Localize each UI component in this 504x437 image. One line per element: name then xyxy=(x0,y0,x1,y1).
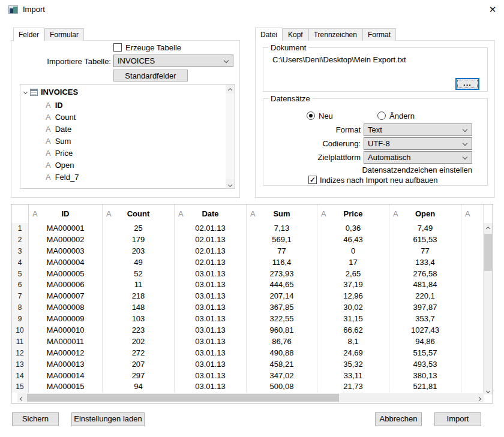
tree-item-sum[interactable]: ASum xyxy=(46,135,71,146)
table-row[interactable]: 8MA00000814803.01.13367,8530,02397,87 xyxy=(11,302,493,314)
table-cell[interactable]: 148 xyxy=(103,302,175,314)
table-row[interactable]: 10MA00001022303.01.13960,8166,621027,43 xyxy=(11,325,493,336)
standard-fields-button[interactable]: Standardfelder xyxy=(113,70,188,82)
horizontal-scroll-thumb[interactable] xyxy=(27,394,339,402)
tree-item-date[interactable]: ADate xyxy=(46,123,71,134)
table-cell[interactable]: 03.01.13 xyxy=(175,370,247,382)
vertical-scrollbar[interactable] xyxy=(484,223,493,394)
row-number[interactable]: 10 xyxy=(11,325,29,336)
table-row[interactable]: 5MA0000055203.01.13273,932,65276,58 xyxy=(11,269,493,280)
table-cell[interactable]: 46,43 xyxy=(317,234,389,246)
tree-item-open[interactable]: AOpen xyxy=(46,159,74,170)
table-cell[interactable]: 03.01.13 xyxy=(175,269,247,280)
table-cell[interactable]: 515,57 xyxy=(389,348,461,359)
table-cell[interactable]: 347,02 xyxy=(247,370,317,382)
load-settings-button[interactable]: Einstellungen laden xyxy=(71,412,145,426)
table-cell[interactable]: 223 xyxy=(103,325,175,336)
column-header-count[interactable]: ACount xyxy=(103,204,175,223)
tab-datei[interactable]: Datei xyxy=(255,28,283,41)
row-number[interactable]: 13 xyxy=(11,359,29,370)
table-cell[interactable]: 569,1 xyxy=(247,234,317,246)
table-cell[interactable]: 03.01.13 xyxy=(175,325,247,336)
table-cell[interactable]: 02.01.13 xyxy=(175,234,247,246)
table-cell[interactable]: 30,02 xyxy=(317,302,389,314)
table-cell[interactable]: 500,08 xyxy=(247,381,317,393)
table-cell[interactable]: 297 xyxy=(103,370,175,382)
table-cell[interactable]: MA000006 xyxy=(29,279,103,291)
table-cell[interactable]: 31,15 xyxy=(317,314,389,325)
table-cell[interactable]: 353,7 xyxy=(389,314,461,325)
radio-aendern[interactable] xyxy=(377,111,386,120)
table-cell[interactable]: 77 xyxy=(247,246,317,257)
table-cell[interactable]: 7,49 xyxy=(389,223,461,234)
tab-kopf[interactable]: Kopf xyxy=(283,28,308,41)
scroll-up-icon[interactable] xyxy=(484,223,493,232)
vertical-scroll-thumb[interactable] xyxy=(484,234,492,271)
table-cell[interactable]: 66,62 xyxy=(317,325,389,336)
table-cell[interactable]: 49 xyxy=(103,257,175,269)
table-cell[interactable]: 02.01.13 xyxy=(175,223,247,234)
tab-format[interactable]: Format xyxy=(362,28,396,41)
column-header-id[interactable]: AID xyxy=(29,204,103,223)
table-cell[interactable]: 490,88 xyxy=(247,348,317,359)
tree-item-feld_7[interactable]: AFeld_7 xyxy=(46,171,79,182)
table-cell[interactable]: 116,4 xyxy=(247,257,317,269)
row-number[interactable]: 12 xyxy=(11,348,29,359)
table-cell[interactable]: 77 xyxy=(389,246,461,257)
import-table-select[interactable]: INVOICES xyxy=(113,55,233,67)
row-number[interactable]: 1 xyxy=(11,223,29,234)
create-table-checkbox[interactable] xyxy=(113,43,122,52)
column-header-date[interactable]: ADate xyxy=(175,204,247,223)
table-row[interactable]: 13MA00001320703.01.13458,2135,32493,53 xyxy=(11,359,493,370)
table-row[interactable]: 7MA00000721803.01.13207,1412,96220,1 xyxy=(11,291,493,302)
table-cell[interactable]: 207,14 xyxy=(247,291,317,302)
table-cell[interactable]: MA000003 xyxy=(29,246,103,257)
scroll-down-icon[interactable] xyxy=(484,385,493,394)
column-header-sum[interactable]: ASum xyxy=(247,204,317,223)
table-cell[interactable]: MA000008 xyxy=(29,302,103,314)
table-cell[interactable]: 25 xyxy=(103,223,175,234)
table-cell[interactable]: 481,84 xyxy=(389,279,461,291)
row-number[interactable]: 11 xyxy=(11,336,29,348)
table-cell[interactable]: 03.01.13 xyxy=(175,336,247,348)
table-cell[interactable]: 202 xyxy=(103,336,175,348)
table-cell[interactable]: 17 xyxy=(317,257,389,269)
table-cell[interactable]: 03.01.13 xyxy=(175,279,247,291)
table-cell[interactable]: 103 xyxy=(103,314,175,325)
table-cell[interactable]: 273,93 xyxy=(247,269,317,280)
table-cell[interactable]: 367,85 xyxy=(247,302,317,314)
table-cell[interactable]: 207 xyxy=(103,359,175,370)
row-number[interactable]: 2 xyxy=(11,234,29,246)
table-cell[interactable]: MA000012 xyxy=(29,348,103,359)
format-select[interactable]: Text xyxy=(364,123,472,136)
table-cell[interactable]: 276,58 xyxy=(389,269,461,280)
tree-item-price[interactable]: APrice xyxy=(46,147,73,158)
table-cell[interactable]: 12,96 xyxy=(317,291,389,302)
row-number[interactable]: 8 xyxy=(11,302,29,314)
table-cell[interactable]: 7,13 xyxy=(247,223,317,234)
table-cell[interactable]: 272 xyxy=(103,348,175,359)
rebuild-indexes-checkbox[interactable]: ✓ xyxy=(308,176,317,184)
table-cell[interactable]: MA000015 xyxy=(29,381,103,393)
column-header-open[interactable]: AOpen xyxy=(389,204,461,223)
table-row[interactable]: 9MA00000910303.01.13322,5531,15353,7 xyxy=(11,314,493,325)
column-header-extra[interactable]: A xyxy=(461,204,484,223)
import-button[interactable]: Import xyxy=(434,412,481,426)
row-number[interactable]: 14 xyxy=(11,370,29,382)
table-cell[interactable]: 03.01.13 xyxy=(175,302,247,314)
table-cell[interactable]: 24,69 xyxy=(317,348,389,359)
table-cell[interactable]: 86,76 xyxy=(247,336,317,348)
table-cell[interactable]: 493,53 xyxy=(389,359,461,370)
save-button[interactable]: Sichern xyxy=(12,412,59,426)
table-row[interactable]: 1MA0000012502.01.137,130,367,49 xyxy=(11,223,493,234)
table-cell[interactable]: MA000014 xyxy=(29,370,103,382)
table-cell[interactable]: 380,13 xyxy=(389,370,461,382)
table-row[interactable]: 12MA00001227203.01.13490,8824,69515,57 xyxy=(11,348,493,359)
table-cell[interactable]: 03.01.13 xyxy=(175,348,247,359)
row-number[interactable]: 5 xyxy=(11,269,29,280)
table-row[interactable]: 4MA0000044902.01.13116,417133,4 xyxy=(11,257,493,269)
table-cell[interactable]: MA000002 xyxy=(29,234,103,246)
table-cell[interactable]: 615,53 xyxy=(389,234,461,246)
table-row[interactable]: 3MA00000320302.01.1377077 xyxy=(11,246,493,257)
table-cell[interactable]: MA000004 xyxy=(29,257,103,269)
